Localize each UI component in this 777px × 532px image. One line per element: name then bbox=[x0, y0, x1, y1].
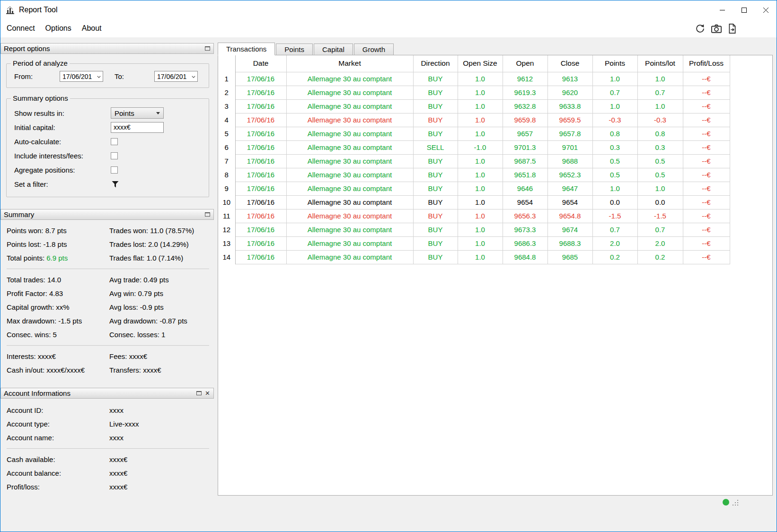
table-row[interactable]: 1017/06/16Allemagne 30 au comptantBUY1.0… bbox=[218, 195, 730, 209]
cell-direction[interactable]: BUY bbox=[413, 72, 458, 86]
cell-profit-loss[interactable]: --€ bbox=[683, 86, 730, 99]
table-row[interactable]: 517/06/16Allemagne 30 au comptantBUY1.09… bbox=[218, 127, 730, 140]
menu-connect[interactable]: Connect bbox=[1, 21, 40, 36]
cell-profit-loss[interactable]: --€ bbox=[683, 99, 730, 113]
cell-points-lot[interactable]: 0.7 bbox=[637, 86, 683, 99]
cell-open[interactable]: 9651.8 bbox=[503, 168, 547, 182]
cell-close[interactable]: 9633.8 bbox=[547, 99, 592, 113]
cell-points[interactable]: 0.0 bbox=[592, 195, 637, 209]
cell-market[interactable]: Allemagne 30 au comptant bbox=[286, 195, 413, 209]
cell-date[interactable]: 17/06/16 bbox=[235, 127, 286, 140]
cell-open[interactable]: 9612 bbox=[503, 72, 547, 86]
cell-profit-loss[interactable]: --€ bbox=[683, 223, 730, 236]
cell-close[interactable]: 9688 bbox=[547, 154, 592, 168]
tab-points[interactable]: Points bbox=[276, 44, 313, 55]
include-interests-fees-checkbox[interactable] bbox=[111, 152, 118, 159]
table-row[interactable]: 1117/06/16Allemagne 30 au comptantBUY1.0… bbox=[218, 209, 730, 223]
cell-close[interactable]: 9652.3 bbox=[547, 168, 592, 182]
cell-direction[interactable]: BUY bbox=[413, 154, 458, 168]
cell-close[interactable]: 9659.5 bbox=[547, 113, 592, 127]
table-row[interactable]: 217/06/16Allemagne 30 au comptantBUY1.09… bbox=[218, 86, 730, 99]
cell-open[interactable]: 9673.3 bbox=[503, 223, 547, 236]
table-row[interactable]: 317/06/16Allemagne 30 au comptantBUY1.09… bbox=[218, 99, 730, 113]
cell-date[interactable]: 17/06/16 bbox=[235, 236, 286, 250]
cell-market[interactable]: Allemagne 30 au comptant bbox=[286, 99, 413, 113]
cell-profit-loss[interactable]: --€ bbox=[683, 140, 730, 154]
cell-points[interactable]: 1.0 bbox=[592, 182, 637, 195]
column-header-open-size[interactable]: Open Size bbox=[458, 55, 503, 72]
cell-open-size[interactable]: 1.0 bbox=[458, 127, 503, 140]
cell-date[interactable]: 17/06/16 bbox=[235, 140, 286, 154]
cell-open[interactable]: 9619.3 bbox=[503, 86, 547, 99]
cell-open-size[interactable]: 1.0 bbox=[458, 182, 503, 195]
from-date-combobox[interactable]: 17/06/201 bbox=[60, 71, 103, 82]
float-panel-icon[interactable] bbox=[196, 391, 202, 395]
tab-capital[interactable]: Capital bbox=[314, 44, 353, 55]
cell-profit-loss[interactable]: --€ bbox=[683, 154, 730, 168]
column-header-open[interactable]: Open bbox=[503, 55, 547, 72]
column-header-points[interactable]: Points bbox=[592, 55, 637, 72]
cell-profit-loss[interactable]: --€ bbox=[683, 195, 730, 209]
cell-close[interactable]: 9701 bbox=[547, 140, 592, 154]
column-header-profit-loss[interactable]: Profit/Loss bbox=[683, 55, 730, 72]
tab-growth[interactable]: Growth bbox=[354, 44, 394, 55]
menu-options[interactable]: Options bbox=[40, 21, 77, 36]
cell-close[interactable]: 9654.8 bbox=[547, 209, 592, 223]
cell-date[interactable]: 17/06/16 bbox=[235, 72, 286, 86]
cell-market[interactable]: Allemagne 30 au comptant bbox=[286, 236, 413, 250]
cell-open-size[interactable]: -1.0 bbox=[458, 140, 503, 154]
table-row[interactable]: 717/06/16Allemagne 30 au comptantBUY1.09… bbox=[218, 154, 730, 168]
cell-close[interactable]: 9647 bbox=[547, 182, 592, 195]
cell-date[interactable]: 17/06/16 bbox=[235, 182, 286, 195]
cell-open[interactable]: 9701.3 bbox=[503, 140, 547, 154]
refresh-icon[interactable] bbox=[695, 24, 705, 34]
cell-direction[interactable]: BUY bbox=[413, 127, 458, 140]
cell-market[interactable]: Allemagne 30 au comptant bbox=[286, 113, 413, 127]
cell-points[interactable]: 0.7 bbox=[592, 86, 637, 99]
cell-profit-loss[interactable]: --€ bbox=[683, 250, 730, 264]
column-header-direction[interactable]: Direction bbox=[413, 55, 458, 72]
cell-market[interactable]: Allemagne 30 au comptant bbox=[286, 86, 413, 99]
column-header-date[interactable]: Date bbox=[235, 55, 286, 72]
cell-date[interactable]: 17/06/16 bbox=[235, 154, 286, 168]
cell-market[interactable]: Allemagne 30 au comptant bbox=[286, 182, 413, 195]
cell-market[interactable]: Allemagne 30 au comptant bbox=[286, 209, 413, 223]
cell-open[interactable]: 9632.8 bbox=[503, 99, 547, 113]
agregate-positions-checkbox[interactable] bbox=[111, 166, 118, 174]
cell-points[interactable]: -1.5 bbox=[592, 209, 637, 223]
column-header-close[interactable]: Close bbox=[547, 55, 592, 72]
cell-profit-loss[interactable]: --€ bbox=[683, 113, 730, 127]
cell-points-lot[interactable]: 0.8 bbox=[637, 127, 683, 140]
filter-icon[interactable] bbox=[112, 181, 119, 188]
cell-points-lot[interactable]: 0.5 bbox=[637, 168, 683, 182]
cell-market[interactable]: Allemagne 30 au comptant bbox=[286, 154, 413, 168]
cell-date[interactable]: 17/06/16 bbox=[235, 168, 286, 182]
cell-close[interactable]: 9685 bbox=[547, 250, 592, 264]
menu-about[interactable]: About bbox=[77, 21, 107, 36]
cell-date[interactable]: 17/06/16 bbox=[235, 223, 286, 236]
cell-market[interactable]: Allemagne 30 au comptant bbox=[286, 72, 413, 86]
auto-calculate-checkbox[interactable] bbox=[111, 138, 118, 145]
cell-direction[interactable]: BUY bbox=[413, 250, 458, 264]
cell-direction[interactable]: BUY bbox=[413, 223, 458, 236]
cell-open-size[interactable]: 1.0 bbox=[458, 113, 503, 127]
cell-open-size[interactable]: 1.0 bbox=[458, 250, 503, 264]
cell-open-size[interactable]: 1.0 bbox=[458, 86, 503, 99]
cell-date[interactable]: 17/06/16 bbox=[235, 195, 286, 209]
cell-date[interactable]: 17/06/16 bbox=[235, 113, 286, 127]
cell-points[interactable]: 0.3 bbox=[592, 140, 637, 154]
cell-market[interactable]: Allemagne 30 au comptant bbox=[286, 168, 413, 182]
cell-points-lot[interactable]: 0.2 bbox=[637, 250, 683, 264]
resize-grip[interactable] bbox=[732, 499, 739, 506]
cell-profit-loss[interactable]: --€ bbox=[683, 209, 730, 223]
cell-direction[interactable]: SELL bbox=[413, 140, 458, 154]
cell-direction[interactable]: BUY bbox=[413, 113, 458, 127]
maximize-button[interactable] bbox=[733, 0, 755, 19]
float-panel-icon[interactable] bbox=[205, 46, 210, 51]
cell-date[interactable]: 17/06/16 bbox=[235, 250, 286, 264]
cell-profit-loss[interactable]: --€ bbox=[683, 72, 730, 86]
cell-points-lot[interactable]: 0.7 bbox=[637, 223, 683, 236]
cell-points[interactable]: 0.5 bbox=[592, 154, 637, 168]
table-row[interactable]: 117/06/16Allemagne 30 au comptantBUY1.09… bbox=[218, 72, 730, 86]
export-icon[interactable] bbox=[728, 24, 737, 34]
